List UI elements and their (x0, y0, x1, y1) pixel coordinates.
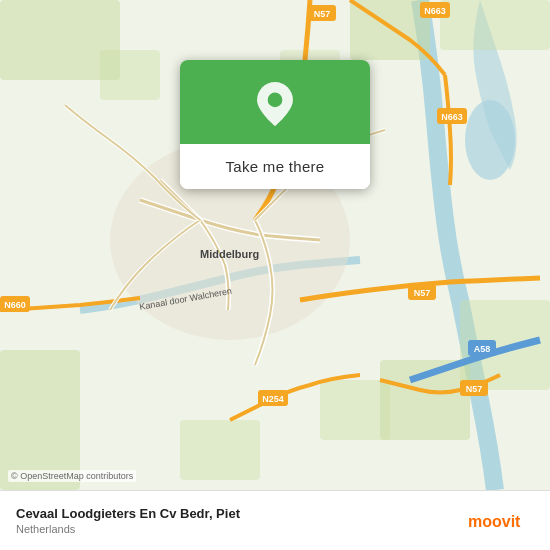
svg-text:N660: N660 (4, 300, 26, 310)
svg-rect-8 (320, 380, 390, 440)
svg-text:N57: N57 (466, 384, 483, 394)
popup-card: Take me there (180, 60, 370, 189)
bottom-bar: Cevaal Loodgieters En Cv Bedr, Piet Neth… (0, 490, 550, 550)
location-title: Cevaal Loodgieters En Cv Bedr, Piet (16, 506, 240, 521)
moovit-logo: moovit (468, 507, 538, 535)
moovit-logo-svg: moovit (468, 507, 538, 535)
location-pin-icon (253, 82, 297, 126)
svg-rect-9 (180, 420, 260, 480)
svg-text:N57: N57 (414, 288, 431, 298)
take-me-there-button[interactable]: Take me there (180, 144, 370, 189)
svg-text:N663: N663 (441, 112, 463, 122)
svg-point-33 (268, 93, 283, 108)
popup-header (180, 60, 370, 144)
svg-text:N57: N57 (314, 9, 331, 19)
map-container: N57 N663 N663 N57 A58 N57 N660 N254 (0, 0, 550, 490)
svg-text:N663: N663 (424, 6, 446, 16)
svg-text:moovit: moovit (468, 513, 521, 530)
svg-rect-4 (440, 0, 550, 50)
location-subtitle: Netherlands (16, 523, 240, 535)
location-info: Cevaal Loodgieters En Cv Bedr, Piet Neth… (16, 506, 240, 535)
svg-rect-5 (0, 350, 80, 490)
svg-text:Middelburg: Middelburg (200, 248, 259, 260)
svg-text:N254: N254 (262, 394, 284, 404)
map-attribution: © OpenStreetMap contributors (8, 470, 136, 482)
svg-rect-10 (100, 50, 160, 100)
svg-text:A58: A58 (474, 344, 491, 354)
